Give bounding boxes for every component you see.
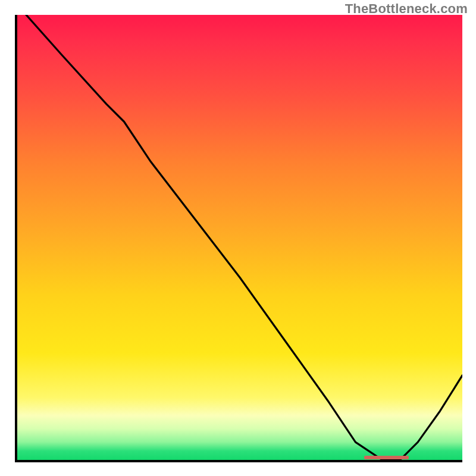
optimal-range-marker — [364, 456, 409, 459]
plot-area — [15, 15, 462, 462]
chart-container: TheBottleneck.com — [0, 0, 476, 476]
bottleneck-curve — [17, 15, 462, 460]
